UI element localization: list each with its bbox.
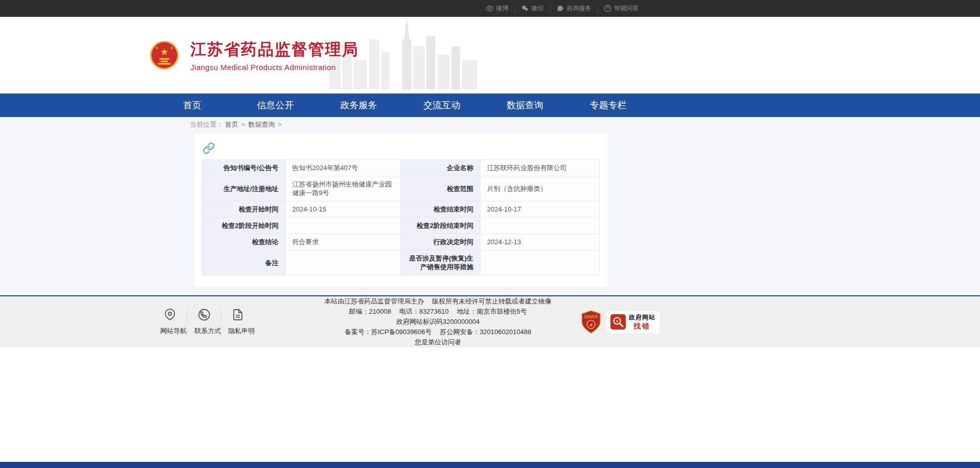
- topbar-items: 微博 微信 咨询服务 智能问答: [480, 0, 645, 17]
- link-icon: [203, 142, 215, 154]
- nav-item-info-disclosure[interactable]: 信息公开: [234, 93, 317, 117]
- site-subtitle: Jiangsu Medical Products Administration: [190, 63, 359, 72]
- svg-text:党政机关: 党政机关: [584, 314, 598, 319]
- weibo-label: 微博: [496, 4, 508, 13]
- breadcrumb-current-link[interactable]: 数据查询: [249, 121, 275, 128]
- field-value: 2024-10-15: [285, 201, 401, 218]
- consult-service-label: 咨询服务: [567, 4, 591, 13]
- footer-line-3: 备案号：苏ICP备09039606号苏公网安备：32010602010488您是…: [315, 327, 560, 347]
- field-label: 告知书编号/公告号: [202, 160, 286, 176]
- gov-site-find-error-badge[interactable]: ★ 政府网站 找错: [606, 311, 659, 333]
- footer-site-id: 政府网站标识码3200000004: [396, 318, 479, 325]
- header-brand[interactable]: ★ ★ ★ 江苏省药品监督管理局 Jiangsu Medical Product…: [150, 17, 359, 93]
- footer-link-privacy[interactable]: 隐私申明: [220, 307, 254, 338]
- smart-qa-label: 智能问答: [614, 4, 639, 13]
- wechat-link[interactable]: 微信: [514, 5, 550, 13]
- table-row: 备注 是否涉及暂停(恢复)生产销售使用等措施: [202, 250, 600, 275]
- table-row: 检查开始时间 2024-10-15 检查结束时间 2024-10-17: [202, 201, 600, 218]
- field-label: 是否涉及暂停(恢复)生产销售使用等措施: [401, 250, 480, 275]
- field-value: [480, 250, 600, 275]
- svg-text:★: ★: [589, 322, 593, 327]
- field-value: 2024-10-17: [480, 201, 600, 218]
- field-value: 符合要求: [285, 234, 401, 250]
- footer-host-text: 本站由江苏省药品监督管理局主办: [325, 297, 424, 305]
- detail-card: 告知书编号/公告号 告知书2024年第407号 企业名称 江苏联环药业股份有限公…: [193, 132, 608, 288]
- footer-phone: 电话：83273610: [399, 308, 449, 315]
- svg-text:★: ★: [160, 46, 168, 57]
- footer-link-label: 联系方式: [194, 326, 213, 336]
- footer-link-label: 网站导航: [160, 326, 180, 336]
- nav-item-interaction[interactable]: 交流互动: [400, 93, 483, 117]
- national-emblem-logo: ★ ★ ★: [150, 40, 179, 70]
- field-label: 检查范围: [401, 176, 480, 201]
- field-label: 生产地址/注册地址: [202, 176, 286, 201]
- header-titles: 江苏省药品监督管理局 Jiangsu Medical Products Admi…: [190, 39, 359, 72]
- field-value: 片剂（含抗肿瘤类）: [480, 176, 600, 201]
- document-icon: [232, 314, 244, 322]
- site-header: ★ ★ ★ 江苏省药品监督管理局 Jiangsu Medical Product…: [0, 17, 980, 93]
- phone-icon: [198, 314, 210, 322]
- field-value: [285, 218, 401, 234]
- field-value: [285, 250, 401, 275]
- footer-copyright-text: 版权所有未经许可禁止转载或者建立镜像: [432, 297, 552, 305]
- wechat-icon: [521, 5, 529, 12]
- smart-qa-link[interactable]: 智能问答: [597, 5, 645, 13]
- table-row: 检查结论 符合要求 行政决定时间 2024-12-13: [202, 234, 600, 250]
- content-area: 当前位置：首页>数据查询> 告知书编号/公告号 告知书2024年第407号 企业…: [0, 117, 980, 295]
- breadcrumb: 当前位置：首页>数据查询>: [190, 117, 980, 132]
- table-row: 检查2阶段开始时间 检查2阶段结束时间: [202, 218, 600, 234]
- main-nav-items: 首页 信息公开 政务服务 交流互动 数据查询 专题专栏: [151, 93, 980, 117]
- bottom-spacer: [0, 347, 980, 462]
- footer-line-2: 邮编：210008电话：83273610地址：南京市鼓楼街5号政府网站标识码32…: [315, 307, 560, 327]
- map-pin-icon: [164, 314, 176, 322]
- field-value: 江苏省扬州市扬州生物健康产业园健康一路9号: [285, 176, 401, 201]
- footer-security-number: 苏公网安备：32010602010488: [440, 328, 531, 336]
- footer-visitor-counter: 您是第位访问者: [415, 338, 461, 346]
- svg-text:★: ★: [155, 46, 158, 50]
- weibo-icon: [486, 5, 494, 12]
- field-label: 企业名称: [401, 160, 480, 176]
- nav-item-special-topics[interactable]: 专题专栏: [567, 93, 650, 117]
- field-label: 检查开始时间: [202, 201, 286, 218]
- field-label: 检查结束时间: [401, 201, 480, 218]
- field-value: 江苏联环药业股份有限公司: [480, 160, 600, 176]
- nav-item-home[interactable]: 首页: [151, 93, 234, 117]
- footer-address: 地址：南京市鼓楼街5号: [457, 308, 527, 315]
- detail-table: 告知书编号/公告号 告知书2024年第407号 企业名称 江苏联环药业股份有限公…: [202, 159, 600, 275]
- footer-icp-number: 备案号：苏ICP备09039606号: [345, 328, 432, 336]
- footer-badges: 党政机关 ★ ★ 政府网站 找错: [581, 310, 659, 334]
- footer-link-contact[interactable]: 联系方式: [187, 307, 220, 338]
- badge-texts: 政府网站 找错: [629, 313, 655, 331]
- field-value: 告知书2024年第407号: [285, 160, 401, 176]
- footer-postcode: 邮编：210008: [349, 308, 391, 315]
- footer-link-label: 隐私申明: [228, 326, 247, 336]
- weibo-link[interactable]: 微博: [480, 5, 514, 13]
- breadcrumb-home-link[interactable]: 首页: [225, 121, 238, 128]
- breadcrumb-separator: >: [241, 121, 246, 128]
- table-row: 告知书编号/公告号 告知书2024年第407号 企业名称 江苏联环药业股份有限公…: [202, 160, 600, 176]
- site-footer: 网站导航 联系方式 隐私申明 本站由江苏省药品监督管理局主办版权所有未经许可禁止…: [0, 296, 980, 347]
- find-error-badge-label: 找错: [633, 322, 651, 331]
- nav-item-data-query[interactable]: 数据查询: [483, 93, 567, 117]
- breadcrumb-separator: >: [278, 121, 282, 128]
- svg-text:★: ★: [616, 319, 619, 323]
- gov-site-badge-label: 政府网站: [629, 313, 655, 322]
- smart-qa-icon: [604, 5, 611, 12]
- field-label: 检查结论: [202, 234, 286, 250]
- field-label: 行政决定时间: [401, 234, 480, 250]
- svg-text:★: ★: [170, 46, 173, 50]
- main-nav: 首页 信息公开 政务服务 交流互动 数据查询 专题专栏: [0, 93, 980, 117]
- bottom-bar: [0, 462, 980, 468]
- field-value: [480, 218, 600, 234]
- party-government-badge[interactable]: 党政机关 ★: [581, 310, 601, 334]
- field-label: 检查2阶段开始时间: [202, 218, 286, 234]
- table-row: 生产地址/注册地址 江苏省扬州市扬州生物健康产业园健康一路9号 检查范围 片剂（…: [202, 176, 600, 201]
- nav-item-gov-services[interactable]: 政务服务: [317, 93, 400, 117]
- footer-text: 本站由江苏省药品监督管理局主办版权所有未经许可禁止转载或者建立镜像 邮编：210…: [315, 296, 560, 347]
- footer-link-site-navigation[interactable]: 网站导航: [153, 307, 187, 338]
- field-label: 备注: [202, 250, 286, 275]
- consult-service-link[interactable]: 咨询服务: [550, 5, 597, 13]
- footer-links: 网站导航 联系方式 隐私申明: [153, 307, 254, 338]
- magnifier-icon: ★: [610, 314, 626, 330]
- topbar: 微博 微信 咨询服务 智能问答: [0, 0, 980, 17]
